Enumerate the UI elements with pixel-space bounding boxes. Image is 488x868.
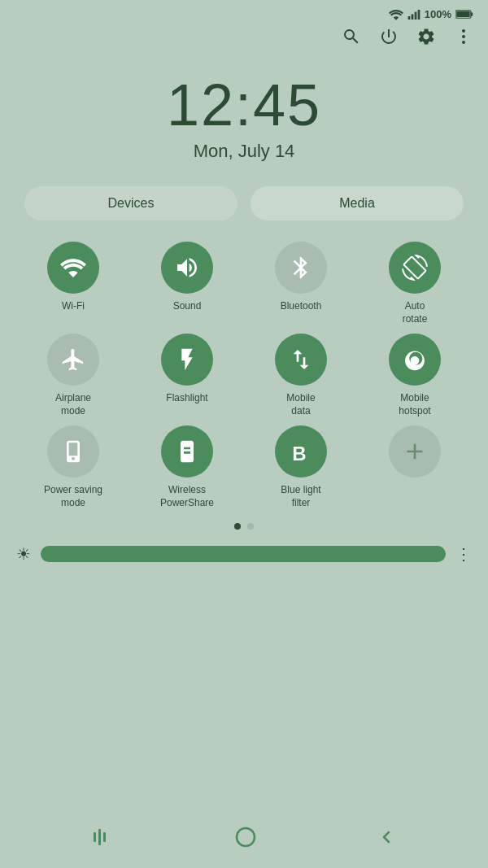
svg-rect-11 (94, 832, 96, 842)
svg-point-9 (462, 41, 465, 44)
bluetooth-tile-icon (275, 242, 327, 294)
tile-flashlight[interactable]: Flashlight (130, 334, 244, 417)
tile-mobiledata[interactable]: Mobile data (244, 334, 358, 417)
tile-sound[interactable]: Sound (130, 242, 244, 325)
brightness-slider[interactable] (41, 546, 446, 562)
top-icons-row (0, 24, 488, 59)
bluetooth-tile-label: Bluetooth (281, 300, 322, 313)
svg-text:B: B (292, 443, 306, 465)
autorotate-tile-label: Auto rotate (403, 300, 428, 325)
tile-bluetooth[interactable]: Bluetooth (244, 242, 358, 325)
nav-back-icon[interactable] (377, 827, 396, 852)
svg-point-7 (462, 29, 465, 33)
page-dot-1 (234, 523, 241, 530)
quick-tiles-grid: Wi-Fi Sound Bluetooth Auto rotate Airpla… (0, 229, 488, 510)
clock-time: 12:45 (0, 76, 488, 134)
svg-rect-5 (471, 12, 473, 16)
bluelight-tile-icon: B (275, 425, 327, 478)
battery-text: 100% (425, 8, 451, 20)
wifi-tile-label: Wi-Fi (62, 300, 85, 313)
add-tile-icon (389, 425, 441, 478)
sound-tile-icon (161, 242, 213, 294)
tile-add[interactable] (358, 425, 472, 509)
mobiledata-tile-label: Mobile data (286, 392, 315, 417)
wirelesspowershare-tile-icon (161, 425, 213, 478)
tile-wifi[interactable]: Wi-Fi (16, 242, 130, 325)
nav-home-icon[interactable] (234, 826, 257, 853)
tile-airplane[interactable]: Airplane mode (16, 334, 130, 417)
mobiledata-tile-icon (275, 334, 327, 386)
brightness-more-icon[interactable]: ⋮ (455, 544, 472, 564)
tile-wirelesspowershare[interactable]: Wireless PowerShare (130, 425, 244, 509)
clock-section: 12:45 Mon, July 14 (0, 59, 488, 170)
tab-devices[interactable]: Devices (24, 186, 237, 220)
airplane-tile-icon (47, 334, 99, 386)
tile-hotspot[interactable]: Mobile hotspot (358, 334, 472, 417)
autorotate-tile-icon (389, 242, 441, 294)
page-dot-2 (247, 523, 254, 530)
tab-row: Devices Media (0, 170, 488, 229)
more-icon[interactable] (454, 27, 473, 51)
svg-rect-3 (417, 10, 420, 20)
svg-rect-12 (98, 829, 101, 845)
wifi-tile-icon (47, 242, 99, 294)
tile-powersave[interactable]: Power saving mode (16, 425, 130, 509)
svg-rect-2 (414, 11, 416, 19)
brightness-row: ☀ ⋮ (0, 536, 488, 572)
svg-point-14 (237, 828, 255, 846)
settings-icon[interactable] (416, 27, 436, 51)
search-icon[interactable] (342, 27, 361, 51)
nav-bar (0, 811, 488, 868)
sound-tile-label: Sound (173, 300, 202, 313)
airplane-tile-label: Airplane mode (55, 392, 91, 417)
svg-point-8 (462, 35, 465, 38)
status-icons: 100% (389, 8, 473, 20)
wirelesspowershare-tile-label: Wireless PowerShare (160, 484, 214, 509)
tile-bluelight[interactable]: B Blue light filter (244, 425, 358, 509)
power-icon[interactable] (379, 27, 399, 51)
svg-rect-1 (411, 14, 413, 20)
powersave-tile-icon (47, 425, 99, 478)
flashlight-tile-icon (161, 334, 213, 386)
bluelight-tile-label: Blue light filter (281, 484, 320, 509)
svg-rect-13 (103, 832, 106, 842)
svg-rect-0 (407, 16, 410, 20)
nav-recent-icon[interactable] (92, 827, 115, 852)
hotspot-tile-icon (389, 334, 441, 386)
wifi-status-icon (389, 9, 403, 20)
tile-autorotate[interactable]: Auto rotate (358, 242, 472, 325)
clock-date: Mon, July 14 (0, 141, 488, 162)
page-dots (0, 510, 488, 536)
svg-rect-6 (456, 11, 470, 17)
battery-icon (455, 9, 473, 20)
flashlight-tile-label: Flashlight (166, 392, 207, 405)
tab-media[interactable]: Media (251, 186, 464, 220)
brightness-icon: ☀ (16, 544, 31, 564)
powersave-tile-label: Power saving mode (44, 484, 102, 509)
hotspot-tile-label: Mobile hotspot (399, 392, 430, 417)
status-bar: 100% (0, 0, 488, 24)
signal-icon (407, 9, 420, 20)
